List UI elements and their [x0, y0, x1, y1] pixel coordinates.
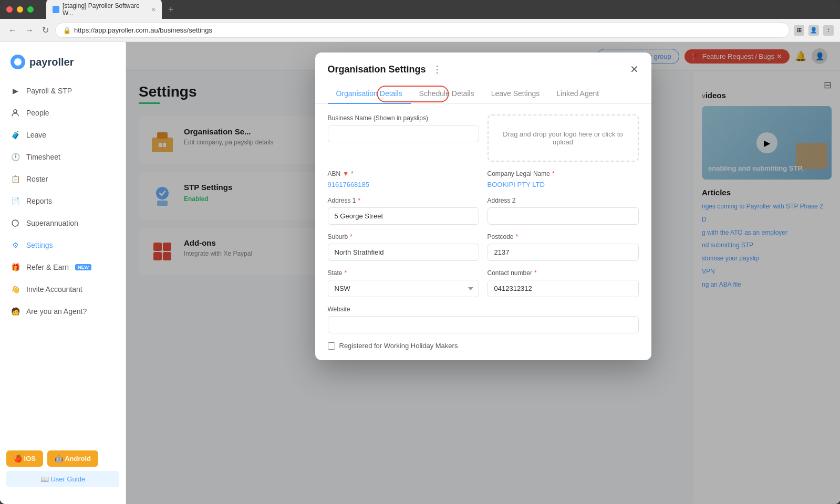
sidebar-item-invite-accountant[interactable]: 👋 Invite Accountant — [0, 278, 126, 300]
settings-icon: ⚙ — [11, 240, 20, 250]
sidebar-item-leave[interactable]: 🧳 Leave — [0, 124, 126, 146]
refer-icon: 🎁 — [11, 262, 20, 272]
modal-title: Organisation Settings — [328, 64, 426, 75]
sidebar-item-people[interactable]: People — [0, 102, 126, 124]
contact-label: Contact number * — [488, 269, 639, 277]
sidebar-item-superannuation[interactable]: Superannuation — [0, 212, 126, 234]
active-tab[interactable]: [staging] Payroller Software W... ✕ — [46, 0, 162, 20]
back-btn[interactable]: ← — [6, 24, 19, 37]
lock-icon: 🔒 — [63, 27, 71, 34]
tab-organisation-details[interactable]: Organisation Details — [328, 84, 411, 104]
sidebar-item-roster[interactable]: 📋 Roster — [0, 168, 126, 190]
sidebar-bottom: 🍎 iOS 🤖 Android 📖 User Guide — [0, 442, 126, 496]
extensions-icon[interactable]: ⊞ — [794, 25, 804, 36]
sidebar-item-agent[interactable]: 🧑 Are you an Agent? — [0, 300, 126, 322]
modal-overlay: Organisation Settings ⋮ ✕ Organisation D… — [126, 42, 840, 504]
postcode-required: * — [516, 233, 518, 240]
reports-label: Reports — [26, 197, 52, 205]
address-bar[interactable]: 🔒 https://app.payroller.com.au/business/… — [55, 23, 790, 38]
tab-title: [staging] Payroller Software W... — [63, 2, 146, 17]
abn-group: ABN ▼ * 91617668185 — [328, 170, 479, 188]
address1-group: Address 1 * — [328, 197, 479, 225]
company-legal-name-group: Company Legal Name * BOOKIPI PTY LTD — [488, 170, 639, 188]
android-btn[interactable]: 🤖 Android — [47, 450, 98, 467]
browser-toolbar: ← → ↻ 🔒 https://app.payroller.com.au/bus… — [0, 19, 840, 42]
logo-upload-text: Drag and drop your logo here or click to… — [501, 130, 625, 146]
business-name-input[interactable] — [328, 125, 479, 142]
state-select[interactable]: NSW VIC QLD SA WA TAS ACT NT — [328, 280, 479, 297]
state-contact-row: State * NSW VIC QLD SA WA TAS — [328, 269, 639, 297]
postcode-group: Postcode * — [488, 233, 639, 261]
sidebar: payroller ▶ Payroll & STP People 🧳 Leave — [0, 42, 126, 504]
browser-titlebar: [staging] Payroller Software W... ✕ + — [0, 0, 840, 19]
user-guide-btn[interactable]: 📖 User Guide — [6, 471, 119, 487]
logo-text: payroller — [29, 56, 74, 68]
contact-input[interactable] — [488, 280, 639, 297]
tab-favicon — [53, 6, 59, 13]
invite-icon: 👋 — [11, 285, 20, 294]
abn-value: 91617668185 — [328, 181, 479, 188]
business-name-label: Business Name (Shown in payslips) — [328, 114, 479, 122]
suburb-input[interactable] — [328, 244, 479, 261]
app-btns-row: 🍎 iOS 🤖 Android — [6, 450, 119, 467]
agent-label: Are you an Agent? — [26, 307, 87, 316]
abn-required: * — [351, 170, 354, 177]
tab-close-btn[interactable]: ✕ — [151, 7, 155, 13]
sidebar-item-reports[interactable]: 📄 Reports — [0, 190, 126, 212]
abn-dropdown-btn[interactable]: ▼ — [343, 170, 349, 177]
address2-input[interactable] — [488, 207, 639, 225]
tab-schedule-details[interactable]: Schedule Details — [411, 84, 483, 104]
sidebar-nav: ▶ Payroll & STP People 🧳 Leave 🕐 Timeshe… — [0, 80, 126, 442]
contact-group: Contact number * — [488, 269, 639, 297]
logo-upload-area[interactable]: Drag and drop your logo here or click to… — [488, 114, 639, 162]
traffic-light-yellow[interactable] — [17, 6, 23, 13]
working-holiday-checkbox[interactable] — [328, 342, 335, 350]
refer-label: Refer & Earn — [26, 263, 69, 271]
forward-btn[interactable]: → — [23, 24, 36, 37]
sidebar-item-timesheet[interactable]: 🕐 Timesheet — [0, 146, 126, 168]
profile-icon[interactable]: 👤 — [808, 25, 819, 36]
agent-icon: 🧑 — [11, 307, 20, 316]
suburb-postcode-row: Suburb * Postcode * — [328, 233, 639, 261]
tab-linked-agent[interactable]: Linked Agent — [548, 84, 607, 104]
abn-company-row: ABN ▼ * 91617668185 Company Legal Name * — [328, 170, 639, 188]
super-label: Superannuation — [26, 219, 78, 227]
tab-leave-settings[interactable]: Leave Settings — [483, 84, 548, 104]
traffic-light-green[interactable] — [27, 6, 34, 13]
modal-menu-btn[interactable]: ⋮ — [432, 64, 442, 75]
sidebar-item-settings[interactable]: ⚙ Settings — [0, 234, 126, 256]
sidebar-item-refer[interactable]: 🎁 Refer & Earn NEW — [0, 256, 126, 278]
settings-label: Settings — [26, 241, 53, 249]
traffic-light-red[interactable] — [6, 6, 13, 13]
address2-label: Address 2 — [488, 197, 639, 204]
new-tab-btn[interactable]: + — [164, 4, 178, 15]
state-group: State * NSW VIC QLD SA WA TAS — [328, 269, 479, 297]
modal-header: Organisation Settings ⋮ ✕ — [315, 52, 651, 76]
ios-btn[interactable]: 🍎 iOS — [6, 450, 43, 467]
sidebar-item-payroll[interactable]: ▶ Payroll & STP — [0, 80, 126, 102]
contact-required: * — [534, 269, 537, 277]
payroll-label: Payroll & STP — [26, 87, 72, 95]
state-required: * — [345, 269, 347, 277]
modal-body: Business Name (Shown in payslips) Drag a… — [315, 104, 651, 360]
company-required: * — [552, 170, 555, 177]
address1-input[interactable] — [328, 207, 479, 225]
more-icon[interactable]: ⋮ — [823, 25, 834, 36]
browser-frame: [staging] Payroller Software W... ✕ + ← … — [0, 0, 840, 504]
svg-point-2 — [12, 220, 18, 226]
url-text: https://app.payroller.com.au/business/se… — [74, 26, 212, 34]
suburb-group: Suburb * — [328, 233, 479, 261]
state-label: State * — [328, 269, 479, 277]
business-name-group: Business Name (Shown in payslips) — [328, 114, 479, 162]
refresh-btn[interactable]: ↻ — [40, 23, 51, 37]
leave-label: Leave — [26, 131, 46, 139]
modal-tabs: Organisation Details Schedule Details Le… — [315, 84, 651, 104]
modal-close-btn[interactable]: ✕ — [630, 63, 639, 76]
roster-label: Roster — [26, 175, 48, 183]
sidebar-logo: payroller — [0, 50, 126, 80]
timesheet-icon: 🕐 — [11, 152, 20, 162]
roster-icon: 📋 — [11, 174, 20, 184]
postcode-label: Postcode * — [488, 233, 639, 240]
website-input[interactable] — [328, 316, 639, 333]
postcode-input[interactable] — [488, 244, 639, 261]
